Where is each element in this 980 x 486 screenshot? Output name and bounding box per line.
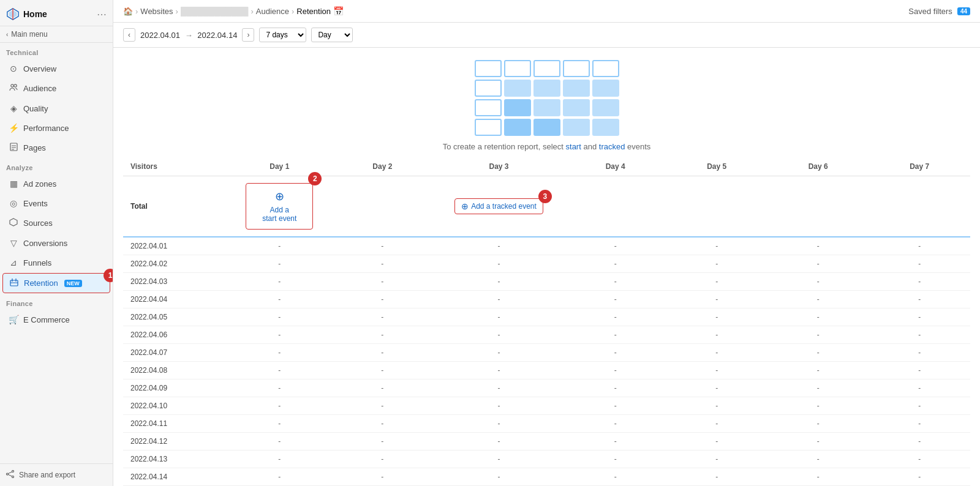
- main-menu-button[interactable]: ‹ Main menu: [0, 26, 113, 43]
- sidebar-item-conversions[interactable]: ▽ Conversions: [2, 234, 110, 252]
- period-select[interactable]: 7 days 14 days 30 days: [259, 28, 306, 42]
- data-cell: -: [433, 433, 565, 450]
- quality-icon: ◈: [9, 103, 18, 113]
- data-cell: -: [332, 468, 434, 486]
- bc-audience[interactable]: Audience: [256, 7, 289, 16]
- svg-line-18: [8, 474, 12, 476]
- share-export-label: Share and export: [19, 471, 75, 479]
- plus-circle-icon: ⊕: [275, 190, 284, 203]
- data-cell: -: [433, 291, 565, 308]
- bc-sep-1: ›: [135, 7, 138, 16]
- data-cell: -: [565, 433, 666, 450]
- data-cell: -: [565, 468, 666, 486]
- add-start-label: Add astart event: [262, 206, 296, 223]
- data-cell: -: [433, 308, 565, 326]
- sidebar-item-quality[interactable]: ◈ Quality: [2, 99, 110, 118]
- data-cell: -: [666, 415, 767, 433]
- hint-text: To create a retention report, select: [443, 142, 564, 151]
- data-cell: -: [869, 273, 970, 291]
- total-day5: [666, 176, 767, 237]
- sidebar-item-retention[interactable]: Retention NEW 1: [2, 273, 110, 293]
- date-cell: 2022.04.08: [123, 362, 227, 379]
- sidebar-item-events[interactable]: ◎ Events: [2, 194, 110, 212]
- preview-cell: [504, 80, 531, 97]
- preview-cell: [475, 60, 502, 77]
- data-cell: -: [332, 379, 434, 397]
- data-cell: -: [767, 344, 869, 362]
- table-row: 2022.04.05-------: [123, 308, 970, 326]
- preview-cell: [563, 60, 590, 77]
- preview-cell: [475, 80, 502, 97]
- sidebar-item-sources[interactable]: Sources: [2, 214, 110, 233]
- sidebar-item-overview[interactable]: ⊙ Overview: [2, 59, 110, 78]
- home-icon[interactable]: 🏠: [123, 7, 133, 16]
- callout-1: 1: [104, 269, 113, 282]
- share-export-button[interactable]: Share and export: [0, 463, 113, 486]
- preview-cell: [563, 119, 590, 136]
- topbar-right: Saved filters 44: [908, 7, 970, 16]
- data-cell: -: [433, 450, 565, 468]
- sidebar-item-label: Sources: [23, 219, 53, 228]
- data-cell: -: [433, 255, 565, 273]
- data-cell: -: [227, 379, 332, 397]
- data-cell: -: [869, 468, 970, 486]
- callout-3: 3: [538, 190, 552, 203]
- date-separator: →: [185, 31, 193, 40]
- table-row: 2022.04.09-------: [123, 379, 970, 397]
- date-cell: 2022.04.11: [123, 415, 227, 433]
- data-cell: -: [869, 326, 970, 344]
- bc-websites[interactable]: Websites: [140, 7, 173, 16]
- data-cell: -: [227, 237, 332, 255]
- data-cell: -: [666, 433, 767, 450]
- data-cell: -: [332, 291, 434, 308]
- data-cell: -: [767, 397, 869, 415]
- data-cell: -: [433, 379, 565, 397]
- sidebar-item-label: E Commerce: [23, 315, 70, 324]
- data-cell: -: [227, 326, 332, 344]
- col-day6: Day 6: [767, 157, 869, 176]
- data-cell: -: [869, 397, 970, 415]
- data-cell: -: [869, 379, 970, 397]
- add-tracked-event-button[interactable]: ⊕ Add a tracked event: [454, 198, 543, 214]
- tracked-link[interactable]: tracked: [599, 142, 625, 151]
- data-cell: -: [227, 273, 332, 291]
- data-cell: -: [869, 362, 970, 379]
- data-cell: -: [565, 237, 666, 255]
- data-cell: -: [332, 273, 434, 291]
- start-link[interactable]: start: [566, 142, 581, 151]
- data-cell: -: [666, 468, 767, 486]
- data-cell: -: [565, 255, 666, 273]
- sidebar-item-label: Overview: [23, 64, 56, 73]
- date-cell: 2022.04.02: [123, 255, 227, 273]
- data-cell: -: [227, 450, 332, 468]
- options-icon[interactable]: ⋯: [97, 9, 107, 20]
- home-title: Home: [23, 9, 47, 19]
- breadcrumb: 🏠 › Websites › ████████████ › Audience ›…: [123, 6, 344, 16]
- preview-cell: [475, 119, 502, 136]
- sidebar-item-ad-zones[interactable]: ▦ Ad zones: [2, 174, 110, 193]
- col-day3: Day 3: [433, 157, 565, 176]
- preview-cell: [592, 119, 619, 136]
- saved-filters-label[interactable]: Saved filters: [908, 7, 952, 16]
- ad-zones-icon: ▦: [9, 179, 18, 189]
- granularity-select[interactable]: Day Week Month: [311, 28, 353, 42]
- preview-cell: [475, 99, 502, 116]
- sidebar-item-ecommerce[interactable]: 🛒 E Commerce: [2, 310, 110, 329]
- data-cell: -: [565, 415, 666, 433]
- data-cell: -: [227, 397, 332, 415]
- data-cell: -: [433, 237, 565, 255]
- table-row: 2022.04.14-------: [123, 468, 970, 486]
- add-start-event-button[interactable]: ⊕ Add astart event: [246, 183, 313, 230]
- date-next-button[interactable]: ›: [242, 28, 254, 42]
- sidebar-item-audience[interactable]: Audience: [2, 79, 110, 98]
- sidebar-item-performance[interactable]: ⚡ Performance: [2, 119, 110, 137]
- date-cell: 2022.04.06: [123, 326, 227, 344]
- preview-cell: [504, 119, 531, 136]
- sidebar-item-pages[interactable]: Pages: [2, 138, 110, 157]
- date-cell: 2022.04.07: [123, 344, 227, 362]
- date-prev-button[interactable]: ‹: [123, 28, 135, 42]
- sidebar-item-funnels[interactable]: ⊿ Funnels: [2, 253, 110, 272]
- table-row: 2022.04.12-------: [123, 433, 970, 450]
- overview-icon: ⊙: [9, 64, 18, 73]
- topbar: 🏠 › Websites › ████████████ › Audience ›…: [113, 0, 980, 23]
